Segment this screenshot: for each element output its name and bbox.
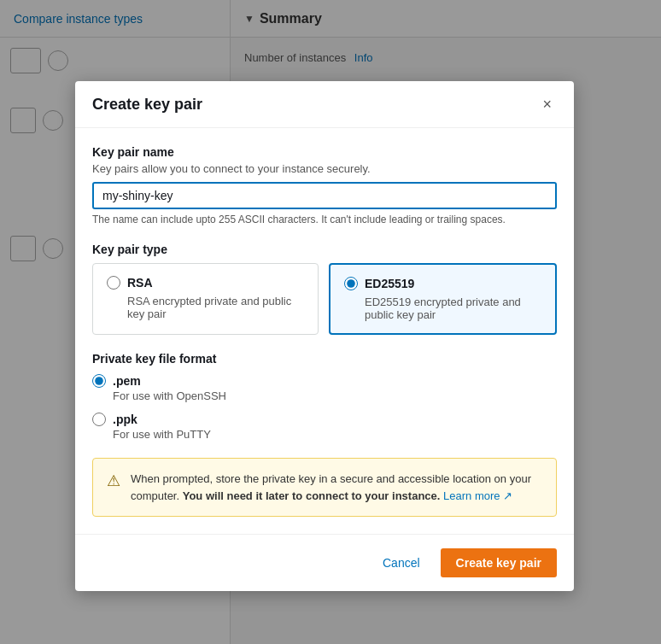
- key-pair-type-section: Key pair type RSA RSA encrypted private …: [92, 243, 557, 335]
- key-pair-name-section: Key pair name Key pairs allow you to con…: [92, 145, 557, 225]
- pkf-ppk-label: .ppk: [113, 413, 137, 426]
- info-text-bold: You will need it later to connect to you…: [183, 489, 441, 502]
- key-pair-name-hint-bottom: The name can include upto 255 ASCII char…: [92, 214, 557, 225]
- private-key-format-options: .pem For use with OpenSSH .ppk For use w…: [92, 374, 557, 441]
- key-pair-name-hint: Key pairs allow you to connect to your i…: [92, 162, 557, 175]
- modal-header: Create key pair ×: [75, 81, 574, 128]
- external-link-icon: ↗: [503, 489, 512, 502]
- create-key-pair-button[interactable]: Create key pair: [441, 548, 557, 577]
- kp-type-rsa-desc: RSA encrypted private and public key pai…: [107, 295, 304, 320]
- kp-type-ed25519-name: ED25519: [365, 277, 414, 290]
- pkf-pem-desc: For use with OpenSSH: [92, 389, 557, 402]
- pkf-pem-option: .pem For use with OpenSSH: [92, 374, 557, 402]
- info-box-text: When prompted, store the private key in …: [131, 471, 542, 504]
- private-key-format-section: Private key file format .pem For use wit…: [92, 352, 557, 441]
- modal-title: Create key pair: [92, 96, 202, 114]
- pkf-ppk-radio[interactable]: [92, 413, 106, 426]
- pkf-pem-label: .pem: [113, 374, 141, 388]
- cancel-button[interactable]: Cancel: [372, 549, 430, 577]
- kp-type-rsa-option[interactable]: RSA RSA encrypted private and public key…: [92, 263, 319, 335]
- key-pair-name-input[interactable]: [92, 182, 557, 209]
- modal-close-button[interactable]: ×: [537, 95, 557, 114]
- pkf-ppk-desc: For use with PuTTY: [92, 428, 557, 441]
- key-pair-type-options: RSA RSA encrypted private and public key…: [92, 263, 557, 335]
- create-key-pair-modal: Create key pair × Key pair name Key pair…: [75, 81, 574, 591]
- kp-type-ed25519-radio[interactable]: [344, 277, 358, 290]
- learn-more-link[interactable]: Learn more ↗: [443, 489, 512, 502]
- kp-type-rsa-radio[interactable]: [107, 276, 120, 290]
- pkf-pem-radio[interactable]: [92, 374, 106, 388]
- warning-icon: ⚠: [107, 471, 120, 490]
- key-pair-name-label: Key pair name: [92, 145, 557, 159]
- modal-footer: Cancel Create key pair: [75, 534, 574, 591]
- kp-type-ed25519-desc: ED25519 encrypted private and public key…: [344, 296, 541, 321]
- kp-type-ed25519-option[interactable]: ED25519 ED25519 encrypted private and pu…: [329, 263, 557, 335]
- private-key-format-label: Private key file format: [92, 352, 557, 366]
- key-pair-type-label: Key pair type: [92, 243, 557, 256]
- info-box: ⚠ When prompted, store the private key i…: [92, 458, 557, 517]
- kp-type-rsa-name: RSA: [127, 276, 153, 290]
- modal-body: Key pair name Key pairs allow you to con…: [75, 128, 574, 534]
- pkf-ppk-option: .ppk For use with PuTTY: [92, 413, 557, 441]
